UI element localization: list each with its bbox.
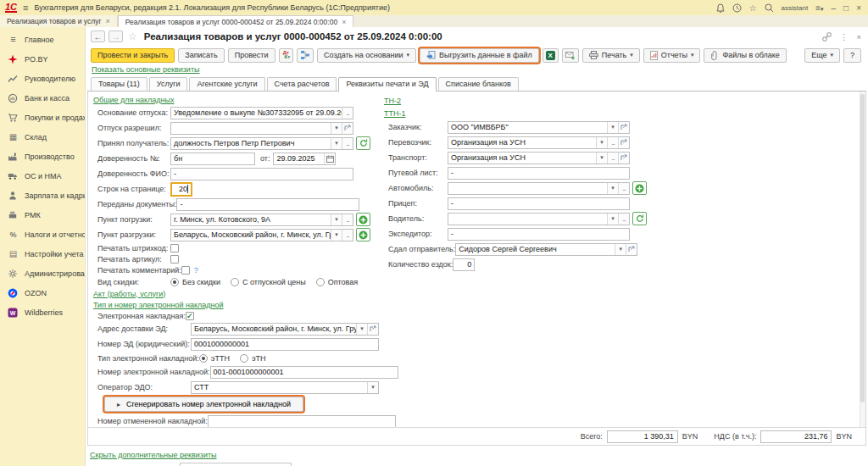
e-invoice-type-option[interactable]: эТН	[240, 354, 266, 363]
tab-realization-document[interactable]: Реализация товаров и услуг 0000-000452 о…	[118, 15, 354, 27]
open-button[interactable]	[618, 122, 629, 133]
print-barcode-checkbox[interactable]	[170, 244, 179, 252]
sidebar-item-fixed-assets[interactable]: ОС и НМА	[0, 166, 85, 186]
tn2-link[interactable]: ТН-2	[384, 97, 401, 105]
dropdown-button[interactable]: ▾	[331, 123, 342, 134]
generate-e-invoice-number-button[interactable]: ▸Сгенерировать номер электронной накладн…	[104, 397, 303, 412]
ellipsis-button[interactable]: ...	[607, 153, 618, 164]
reports-button[interactable]: Отчеты▾	[643, 48, 701, 63]
help-link[interactable]: ?	[194, 266, 198, 275]
maximize-button[interactable]: □	[843, 3, 849, 13]
loading-point-input[interactable]: г. Минск, ул. Котовского, 9А▾...	[170, 214, 353, 226]
cloud-files-button[interactable]: Файлы в облаке	[704, 48, 786, 63]
dropdown-button[interactable]: ▾	[331, 138, 342, 149]
open-button[interactable]	[367, 324, 378, 335]
dtkt-button[interactable]: ДтКт	[279, 48, 294, 63]
discount-type-option[interactable]: Оптовая	[316, 278, 358, 286]
more-menu-icon[interactable]: ⋮	[840, 32, 849, 42]
common-invoices-link[interactable]: Общие для накладных	[93, 96, 174, 104]
open-button[interactable]	[342, 123, 353, 134]
dropdown-button[interactable]: ▾	[607, 214, 618, 225]
sidebar-item-purchases-sales[interactable]: Покупки и продажи	[0, 108, 85, 127]
excel-export-button[interactable]: X	[542, 48, 559, 63]
ellipsis-button[interactable]: ...	[342, 230, 353, 241]
form-tab-print-ed-details[interactable]: Реквизиты печати и ЭД	[338, 77, 436, 92]
transport-input[interactable]: Организация на УСН▾...	[448, 152, 630, 164]
vertical-scrollbar[interactable]	[860, 92, 865, 427]
document-structure-button[interactable]	[297, 48, 314, 63]
driver-input[interactable]: ▾...	[448, 213, 630, 225]
create-based-on-button[interactable]: Создать на основании▾	[317, 48, 416, 63]
release-basis-input[interactable]: Уведомление о выкупе №307332095 от 29.09…	[170, 107, 353, 119]
dropdown-button[interactable]: ▾	[331, 230, 342, 241]
help-button[interactable]: ?	[843, 48, 861, 63]
close-document-icon[interactable]: ×	[856, 32, 861, 42]
total-amount-field[interactable]: 1 390,31	[607, 430, 678, 443]
poa-name-input[interactable]: -	[170, 168, 353, 180]
delivery-address-ed-input[interactable]: Беларусь, Московский район, г. Минск, ул…	[191, 323, 379, 336]
received-by-input[interactable]: должность Петров Петр Петрович▾...	[170, 137, 353, 150]
print-button[interactable]: Печать▾	[582, 48, 640, 63]
customer-input[interactable]: ООО "ИМВБРБ"▾	[448, 121, 630, 134]
add-button[interactable]	[356, 213, 370, 226]
vehicle-input[interactable]: ▾...	[448, 182, 630, 195]
open-button[interactable]	[618, 153, 629, 164]
search-icon[interactable]	[765, 3, 774, 13]
tab-realization-list[interactable]: Реализация товаров и услуг ×	[0, 15, 118, 27]
ellipsis-button[interactable]: ...	[342, 214, 353, 225]
unloading-point-input[interactable]: Беларусь, Московский район, г. Минск, ул…	[170, 229, 353, 241]
post-button[interactable]: Провести	[228, 48, 275, 63]
vat-amount-field[interactable]: 231,76	[760, 430, 832, 443]
form-tab-services[interactable]: Услуги	[149, 77, 188, 91]
power-of-attorney-input[interactable]: 29.09.2025	[273, 153, 336, 165]
dropdown-button[interactable]: ▾	[596, 137, 607, 148]
form-tab-goods[interactable]: Товары (11)	[91, 77, 147, 91]
forward-button[interactable]: →	[108, 31, 123, 42]
dropdown-button[interactable]: ▾	[607, 183, 618, 194]
handed-by-sender-input[interactable]: Сидоров Сергей Сергеевич▾	[455, 243, 637, 256]
sidebar-item-administration[interactable]: Администрирование	[0, 264, 85, 283]
form-tab-agency-services[interactable]: Агентские услуги	[189, 77, 264, 91]
act-link[interactable]: Акт (работы, услуги)	[93, 290, 165, 298]
discount-type-option[interactable]: С отпускной цены	[231, 278, 306, 286]
sidebar-item-rmk[interactable]: РМК	[0, 205, 85, 225]
dropdown-button[interactable]: ▾	[356, 324, 367, 335]
back-button[interactable]: ←	[91, 31, 105, 42]
hide-additional-requisites-link[interactable]: Скрыть дополнительные реквизиты	[90, 451, 217, 459]
open-button[interactable]	[626, 244, 637, 255]
open-button[interactable]	[618, 137, 629, 148]
sidebar-item-manager[interactable]: Руководителю	[0, 69, 85, 88]
form-tab-settlement-accounts[interactable]: Счета расчетов	[267, 77, 337, 91]
favorites-star-icon[interactable]: ☆	[749, 3, 757, 13]
ellipsis-button[interactable]: ...	[607, 137, 618, 148]
carrier-input[interactable]: Организация на УСН▾...	[448, 136, 630, 149]
dropdown-button[interactable]: ▾	[596, 153, 607, 164]
current-user[interactable]: assistant	[782, 4, 809, 12]
forwarder-input[interactable]: -	[448, 228, 630, 241]
sidebar-item-bank-cash[interactable]: Банк и касса	[0, 88, 85, 108]
scrollbar-thumb[interactable]	[860, 94, 865, 402]
partial-field[interactable]	[180, 463, 292, 466]
edo-operator-input[interactable]: СТТ▾	[191, 381, 379, 394]
form-tab-blank-writeoff[interactable]: Списание бланков	[438, 77, 519, 91]
sidebar-item-warehouse[interactable]: ▦Склад	[0, 127, 85, 147]
refresh-button[interactable]	[632, 212, 647, 225]
add-button[interactable]	[356, 228, 370, 241]
main-menu-icon[interactable]: ≡	[23, 3, 28, 13]
trips-count-input[interactable]: 0	[453, 258, 475, 271]
ellipsis-button[interactable]: ...	[342, 138, 353, 149]
ttn1-link[interactable]: ТТН-1	[384, 109, 406, 118]
electronic-invoice-checkbox[interactable]: ✓	[186, 312, 194, 320]
sidebar-item-production[interactable]: Производство	[0, 147, 85, 166]
sidebar-item-salary-hr[interactable]: Зарплата и кадры	[0, 186, 85, 205]
ellipsis-button[interactable]: ...	[342, 108, 353, 119]
discount-type-option[interactable]: Без скидки	[170, 278, 220, 286]
calendar-button[interactable]	[324, 153, 335, 164]
add-button[interactable]	[632, 181, 647, 195]
history-icon[interactable]	[732, 3, 742, 13]
waybill-input[interactable]: -	[448, 167, 630, 180]
sidebar-item-wildberries[interactable]: WWildberries	[0, 302, 85, 322]
close-window-button[interactable]: ×	[856, 3, 861, 13]
settings-menu-icon[interactable]: ≡▾	[815, 3, 823, 13]
dropdown-button[interactable]: ▾	[331, 214, 342, 225]
